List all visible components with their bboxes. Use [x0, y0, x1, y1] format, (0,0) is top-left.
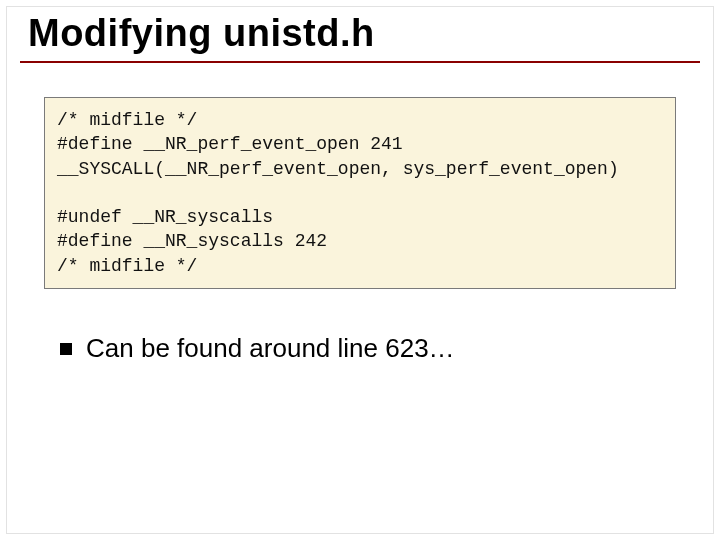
- bullet-item: Can be found around line 623…: [60, 333, 700, 364]
- code-line: /* midfile */: [57, 110, 197, 130]
- slide-title: Modifying unistd.h: [28, 12, 700, 55]
- slide: Modifying unistd.h /* midfile */ #define…: [0, 0, 720, 540]
- bullet-text: Can be found around line 623…: [86, 333, 455, 364]
- code-line: __SYSCALL(__NR_perf_event_open, sys_perf…: [57, 159, 619, 179]
- code-line: #undef __NR_syscalls: [57, 207, 273, 227]
- code-line: #define __NR_syscalls 242: [57, 231, 327, 251]
- code-line: /* midfile */: [57, 256, 197, 276]
- code-line: #define __NR_perf_event_open 241: [57, 134, 403, 154]
- title-underline: Modifying unistd.h: [20, 12, 700, 63]
- code-block: /* midfile */ #define __NR_perf_event_op…: [44, 97, 676, 289]
- code-blank-line: [57, 181, 663, 205]
- square-bullet-icon: [60, 343, 72, 355]
